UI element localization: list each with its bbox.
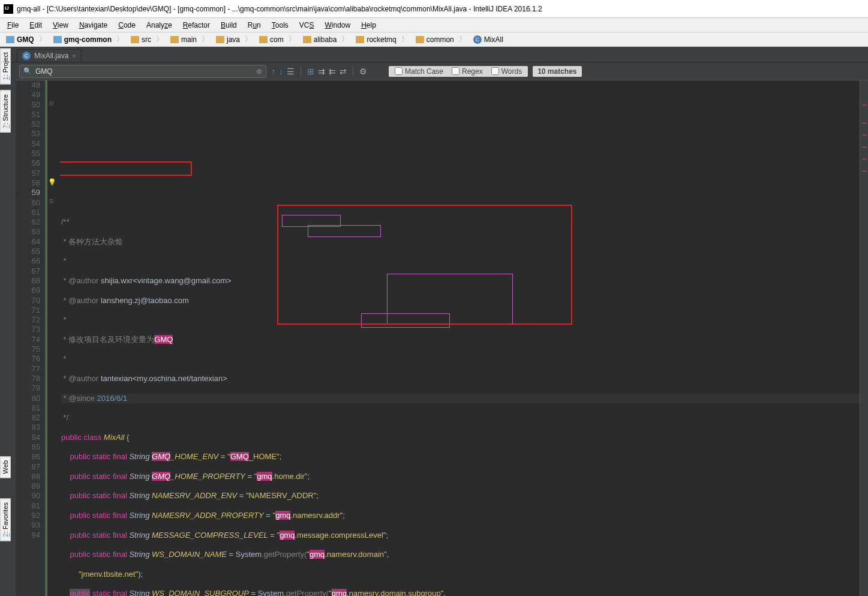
line-number[interactable]: 65 [16,247,40,256]
menu-edit[interactable]: Edit [25,20,47,31]
code-area[interactable]: /** * 各种方法大杂烩 * * @author shijia.wxr<vin… [60,80,868,596]
crumb-src[interactable]: src [127,34,167,44]
toolwindow-favorites[interactable]: 2: Favorites [0,498,11,541]
line-number[interactable]: 64 [16,237,40,247]
line-number[interactable]: 76 [16,354,40,364]
line-number[interactable]: 59 [16,188,40,197]
line-number[interactable]: 90 [16,491,40,501]
code-line: * [61,256,868,266]
menu-view[interactable]: View [48,20,73,31]
error-stripe[interactable] [860,80,868,596]
settings-icon[interactable]: ⚙ [359,67,367,76]
intention-bulb-icon[interactable]: 💡 [48,178,56,186]
filter-icon[interactable]: ☰ [287,67,295,76]
line-number[interactable]: 81 [16,403,40,413]
line-gutter[interactable]: 4849505152535455565758596061626364656667… [16,80,46,596]
search-input[interactable] [35,67,253,76]
line-number[interactable]: 93 [16,520,40,530]
remove-selection-icon[interactable]: ⇇ [329,67,336,76]
prev-match-icon[interactable]: ↑ [271,67,275,76]
line-number[interactable]: 60 [16,198,40,208]
line-number[interactable]: 49 [16,90,40,100]
line-number[interactable]: 84 [16,433,40,442]
line-number[interactable]: 77 [16,364,40,374]
line-number[interactable]: 88 [16,472,40,481]
menu-vcs[interactable]: VCS [295,20,319,31]
line-number[interactable]: 50 [16,100,40,110]
menu-tools[interactable]: Tools [267,20,293,31]
line-number[interactable]: 94 [16,531,40,540]
fold-icon[interactable]: ⊟ [49,198,54,204]
next-match-icon[interactable]: ↓ [279,67,283,76]
line-number[interactable]: 68 [16,276,40,286]
line-number[interactable]: 63 [16,227,40,236]
crumb-file[interactable]: CMixAll [470,35,512,44]
crumb-module[interactable]: gmq-common [50,34,127,44]
menu-code[interactable]: Code [113,20,140,31]
line-number[interactable]: 92 [16,511,40,520]
menu-analyze[interactable]: Analyze [142,20,177,31]
line-number[interactable]: 75 [16,345,40,354]
menu-build[interactable]: Build [216,20,242,31]
line-number[interactable]: 56 [16,158,40,168]
crumb-java[interactable]: java [212,34,256,44]
menu-run[interactable]: Run [243,20,266,31]
line-number[interactable]: 52 [16,119,40,129]
crumb-common[interactable]: common [412,34,470,44]
tab-mixall[interactable]: C MixAll.java × [17,49,82,62]
menu-window[interactable]: Window [320,20,355,31]
line-number[interactable]: 53 [16,129,40,139]
line-number[interactable]: 83 [16,423,40,432]
match-case-check[interactable]: Match Case [395,67,443,76]
line-number[interactable]: 66 [16,256,40,266]
toggle-icon[interactable]: ⇄ [340,67,347,76]
line-number[interactable]: 48 [16,80,40,90]
clear-icon[interactable]: ⊗ [256,67,262,76]
select-all-icon[interactable]: ⇉ [318,67,325,76]
line-number[interactable]: 51 [16,110,40,119]
toolwindow-project[interactable]: 1: Project [0,48,11,84]
menu-navigate[interactable]: Navigate [74,20,112,31]
line-number[interactable]: 61 [16,208,40,217]
line-number[interactable]: 67 [16,266,40,276]
line-number[interactable]: 71 [16,306,40,315]
toolwindow-structure[interactable]: 7: Structure [0,90,11,133]
line-number[interactable]: 73 [16,325,40,334]
crumb-com[interactable]: com [256,34,299,44]
crumb-alibaba[interactable]: alibaba [299,34,353,44]
line-number[interactable]: 62 [16,217,40,227]
line-number[interactable]: 86 [16,452,40,462]
line-number[interactable]: 72 [16,315,40,325]
code-line [61,198,868,208]
crumb-main[interactable]: main [167,34,212,44]
line-number[interactable]: 54 [16,139,40,149]
toolwindow-web[interactable]: Web [0,456,11,478]
code-line: public static final String WS_DOMAIN_NAM… [61,550,868,559]
menu-file[interactable]: File [2,20,23,31]
crumb-root[interactable]: GMQ [2,34,50,44]
line-number[interactable]: 55 [16,149,40,158]
line-number[interactable]: 91 [16,501,40,511]
crumb-rocketmq[interactable]: rocketmq [352,34,412,44]
fold-icon[interactable]: ⊟ [49,100,54,106]
add-selection-icon[interactable]: ⊞ [307,67,314,76]
line-number[interactable]: 70 [16,296,40,306]
line-number[interactable]: 57 [16,169,40,178]
close-icon[interactable]: × [72,52,76,59]
line-number[interactable]: 78 [16,374,40,384]
line-number[interactable]: 89 [16,481,40,491]
code-line: "jmenv.tbsite.net"); [61,570,868,579]
line-number[interactable]: 69 [16,286,40,295]
line-number[interactable]: 80 [16,394,40,403]
words-check[interactable]: Words [491,67,522,76]
line-number[interactable]: 74 [16,335,40,345]
line-number[interactable]: 82 [16,413,40,423]
menu-refactor[interactable]: Refactor [178,20,215,31]
line-number[interactable]: 79 [16,384,40,393]
line-number[interactable]: 85 [16,442,40,452]
menu-help[interactable]: Help [356,20,381,31]
editor: 4849505152535455565758596061626364656667… [16,80,868,596]
regex-check[interactable]: Regex [452,67,483,76]
line-number[interactable]: 58 [16,178,40,188]
line-number[interactable]: 87 [16,462,40,472]
